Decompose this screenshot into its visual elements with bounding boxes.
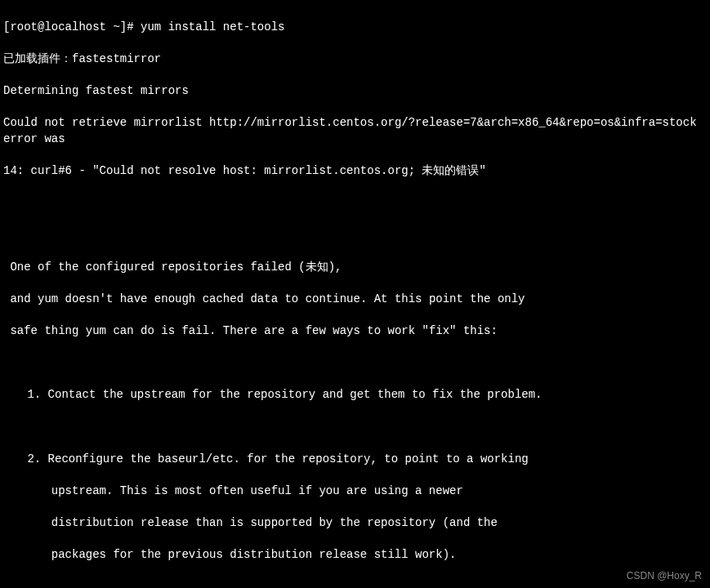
output-line: Determining fastest mirrors <box>3 83 707 100</box>
output-line: Could not retrieve mirrorlist http://mir… <box>3 115 707 147</box>
list-item-1: 1. Contact the upstream for the reposito… <box>3 387 707 403</box>
shell-prompt-line: [root@localhost ~]# yum install net-tool… <box>3 20 707 36</box>
list-item-2-line: distribution release than is supported b… <box>3 515 707 532</box>
list-item-2: 2. Reconfigure the baseurl/etc. for the … <box>3 452 707 468</box>
list-item-2-line: upstream. This is most often useful if y… <box>3 483 707 500</box>
output-line: 14: curl#6 - "Could not resolve host: mi… <box>3 163 707 180</box>
error-intro-line: and yum doesn't have enough cached data … <box>3 292 707 308</box>
blank-line <box>3 227 707 243</box>
blank-line <box>3 579 707 588</box>
blank-line <box>3 419 707 435</box>
output-line: 已加载插件：fastestmirror <box>3 51 707 68</box>
terminal-output[interactable]: [root@localhost ~]# yum install net-tool… <box>3 3 707 588</box>
blank-line <box>3 355 707 372</box>
watermark-text: CSDN @Hoxy_R <box>627 569 702 583</box>
blank-line <box>3 195 707 212</box>
list-item-2-line: packages for the previous distribution r… <box>3 547 707 564</box>
error-intro-line: One of the configured repositories faile… <box>3 260 707 276</box>
error-intro-line: safe thing yum can do is fail. There are… <box>3 323 707 340</box>
